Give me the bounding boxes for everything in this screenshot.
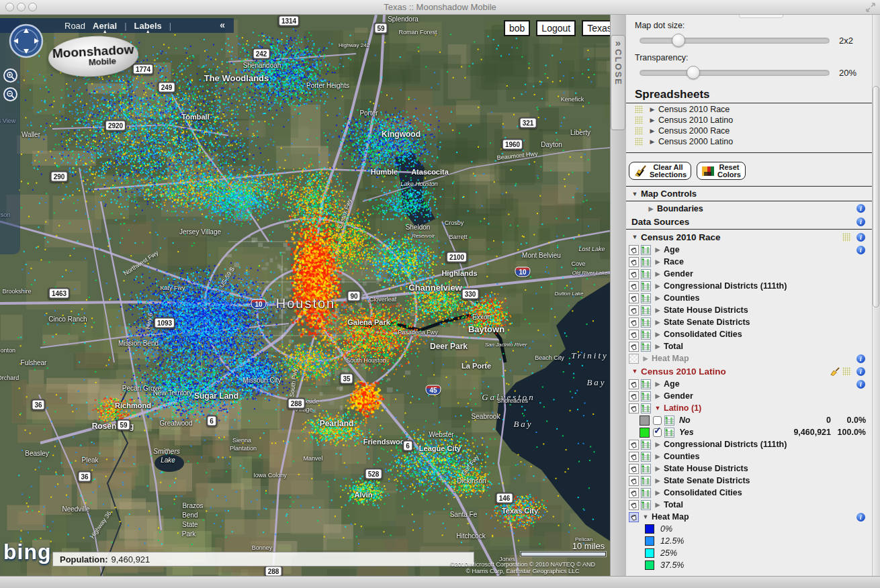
spreadsheet-add-icon[interactable]: + [641, 379, 651, 389]
spreadsheet-add-icon[interactable]: + [641, 317, 651, 328]
triangle-down-icon[interactable]: ▼ [641, 513, 650, 520]
spreadsheet-add-icon[interactable]: + [641, 440, 651, 450]
paint-bucket-icon[interactable] [629, 476, 639, 486]
triangle-right-icon[interactable]: ▶ [653, 271, 662, 277]
data-row[interactable]: +▶Consolidated Cities [626, 487, 872, 499]
spreadsheet-add-icon[interactable]: + [664, 428, 674, 438]
data-row[interactable]: +▶Congressional Districts (111th) [626, 438, 872, 450]
paint-bucket-icon[interactable] [629, 269, 639, 279]
triangle-right-icon[interactable]: ▶ [653, 331, 662, 338]
data-row[interactable]: +▶Agei [626, 244, 872, 256]
data-row[interactable]: +▶Counties [626, 292, 872, 304]
data-row[interactable]: +▶Gender [626, 268, 872, 280]
close-panel-tab[interactable]: » CLOSE [611, 35, 625, 130]
triangle-right-icon[interactable]: ▶ [648, 106, 657, 113]
info-icon[interactable]: i [856, 246, 865, 254]
triangle-right-icon[interactable]: ▶ [653, 477, 662, 484]
triangle-right-icon[interactable]: ▶ [641, 355, 650, 362]
map-viewport[interactable]: SplendoraHighway 242Roman ForestShenando… [0, 15, 610, 576]
map-style-aerial[interactable]: Aerial ▲ [93, 21, 117, 31]
triangle-down-icon[interactable]: ▼ [653, 405, 662, 411]
info-icon[interactable]: i [856, 367, 865, 376]
section-header[interactable]: ▼Census 2010 Racei [626, 230, 872, 244]
map-button-logout[interactable]: Logout [536, 20, 576, 36]
triangle-right-icon[interactable]: ▶ [653, 283, 662, 289]
sidebar-scrollbar-thumb[interactable] [873, 86, 879, 307]
info-icon[interactable]: i [856, 233, 865, 242]
spreadsheet-add-icon[interactable]: + [664, 415, 674, 426]
data-row[interactable]: +▶State Senate Districts [626, 475, 872, 487]
map-button-texas[interactable]: Texas▼ [582, 20, 610, 36]
spreadsheet-item[interactable]: ▶Census 2000 Latino [626, 136, 872, 147]
spreadsheet-add-icon[interactable]: + [641, 500, 651, 510]
paint-bucket-icon[interactable] [629, 512, 639, 522]
spreadsheet-add-icon[interactable]: + [641, 476, 651, 486]
data-row[interactable]: +▶Gender [626, 390, 872, 402]
triangle-down-icon[interactable]: ▼ [630, 234, 640, 240]
spreadsheet-add-icon[interactable]: + [641, 488, 651, 498]
triangle-right-icon[interactable]: ▶ [653, 343, 662, 350]
paint-bucket-icon[interactable] [629, 379, 639, 389]
data-row[interactable]: +▶State Senate Districts [626, 316, 872, 328]
paint-bucket-icon[interactable] [629, 464, 639, 474]
spreadsheet-add-icon[interactable]: + [641, 330, 651, 340]
spreadsheet-add-icon[interactable]: + [641, 281, 651, 291]
info-icon[interactable]: i [856, 513, 865, 522]
paint-bucket-icon[interactable] [629, 488, 639, 498]
map-pan-compass[interactable] [9, 23, 44, 58]
map-canvas[interactable] [0, 15, 610, 576]
triangle-down-icon[interactable]: ▼ [630, 191, 640, 197]
data-row[interactable]: +▶Counties [626, 450, 872, 462]
data-row[interactable]: +▶Consolidated Cities [626, 328, 872, 340]
triangle-right-icon[interactable]: ▶ [653, 393, 662, 399]
triangle-right-icon[interactable]: ▶ [653, 258, 662, 265]
triangle-right-icon[interactable]: ▶ [653, 307, 662, 313]
triangle-right-icon[interactable]: ▶ [653, 295, 662, 301]
spreadsheet-add-icon[interactable]: + [641, 269, 651, 279]
checkbox-checked[interactable]: ✓ [653, 428, 662, 437]
data-row[interactable]: +▶Total [626, 499, 872, 511]
triangle-right-icon[interactable]: ▶ [653, 441, 662, 448]
data-row[interactable]: +▶Race [626, 256, 872, 268]
spreadsheet-add-icon[interactable]: + [641, 293, 651, 303]
paint-bucket-icon[interactable] [629, 281, 639, 291]
data-row[interactable]: +▶Agei [626, 378, 872, 390]
triangle-right-icon[interactable]: ▶ [653, 489, 662, 496]
dot-size-slider[interactable] [640, 38, 830, 44]
paint-bucket-icon[interactable] [629, 440, 639, 450]
paint-bucket-icon[interactable] [629, 330, 639, 340]
paint-bucket-icon[interactable] [629, 257, 639, 267]
reset-colors-button[interactable]: Reset Colors [697, 162, 746, 180]
dot-size-slider-thumb[interactable] [672, 34, 685, 47]
data-row[interactable]: +▶State House Districts [626, 462, 872, 475]
map-style-road[interactable]: Road [64, 21, 85, 31]
transparency-slider[interactable] [640, 70, 830, 76]
triangle-right-icon[interactable]: ▶ [653, 246, 662, 253]
map-button-bob[interactable]: bob [504, 20, 530, 36]
broom-icon[interactable] [830, 366, 840, 377]
checkbox[interactable] [653, 416, 662, 425]
spreadsheet-item[interactable]: ▶Census 2010 Latino [626, 115, 872, 126]
spreadsheet-add-icon[interactable]: + [641, 342, 651, 352]
paint-bucket-icon[interactable] [629, 245, 639, 255]
map-style-labels[interactable]: Labels ▲ [134, 21, 162, 31]
triangle-right-icon[interactable]: ▶ [648, 117, 657, 124]
triangle-right-icon[interactable]: ▶ [648, 128, 657, 134]
heatmap-row[interactable]: ▶Heat Mapi [626, 352, 872, 364]
paint-bucket-icon[interactable] [629, 500, 639, 510]
spreadsheet-add-icon[interactable]: + [641, 257, 651, 267]
clear-all-selections-button[interactable]: Clear All Selections [629, 162, 691, 180]
triangle-right-icon[interactable]: ▶ [646, 205, 656, 212]
info-icon[interactable]: i [856, 217, 865, 226]
map-controls-row[interactable]: ▶Boundariesi [626, 202, 872, 215]
triangle-down-icon[interactable]: ▼ [630, 368, 640, 375]
data-row[interactable]: +▶Congressional Districts (111th) [626, 280, 872, 292]
info-icon[interactable]: i [856, 204, 865, 213]
value-row[interactable]: +No00.0% [626, 414, 872, 426]
info-icon[interactable]: i [856, 380, 865, 389]
triangle-right-icon[interactable]: ▶ [653, 453, 662, 460]
resize-window-icon[interactable] [865, 2, 876, 13]
value-row[interactable]: ✓+Yes9,460,921100.0% [626, 426, 872, 438]
paint-bucket-icon[interactable] [629, 452, 639, 462]
data-row[interactable]: +▶State House Districts [626, 304, 872, 316]
